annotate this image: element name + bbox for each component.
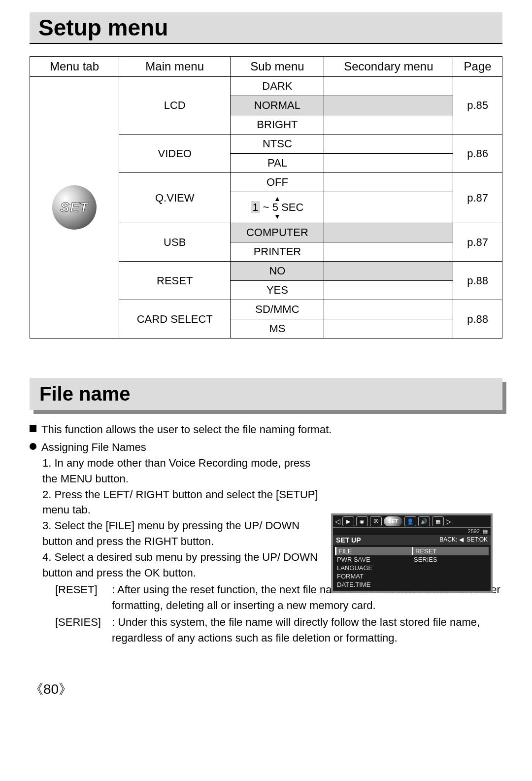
main-card: CARD SELECT xyxy=(119,300,231,339)
page-qview: p.87 xyxy=(453,173,502,223)
main-lcd: LCD xyxy=(119,77,231,135)
menu-format: FORMAT xyxy=(335,572,412,580)
mode-play-icon: ▶ xyxy=(342,516,354,526)
menu-language: LANGUAGE xyxy=(335,564,412,572)
sub-pal: PAL xyxy=(231,154,324,173)
sub-bright: BRIGHT xyxy=(231,115,324,135)
intro-text: This function allows the user to select … xyxy=(41,422,332,438)
mode-portrait-icon: 👤 xyxy=(404,516,416,526)
screen-ok: SET:OK xyxy=(466,536,488,543)
page-card: p.88 xyxy=(453,300,502,339)
setup-menu-table: Menu tab Main menu Sub menu Secondary me… xyxy=(30,56,502,339)
col-page: Page xyxy=(453,57,502,77)
mode-grid-icon: ▦ xyxy=(432,516,444,526)
screen-title: SET UP xyxy=(336,536,361,544)
mode-movie-icon: ⦿ xyxy=(370,516,382,526)
page-video: p.86 xyxy=(453,135,502,173)
step-1: 1. In any mode other than Voice Recordin… xyxy=(42,455,318,487)
page-usb: p.87 xyxy=(453,223,502,262)
sub-normal: NORMAL xyxy=(231,96,324,115)
menu-file: FILE xyxy=(335,547,412,555)
step-2: 2. Press the LEFT/ RIGHT button and sele… xyxy=(42,487,318,518)
sub-qview-range: ▲ 1 ~ 5 SEC ▼ xyxy=(231,192,324,223)
nav-right-icon: ▷ xyxy=(446,517,451,525)
step-4: 4. Select a desired sub menu by pressing… xyxy=(42,549,318,581)
menutab-set-cell: SET xyxy=(30,77,119,339)
page-lcd: p.85 xyxy=(453,77,502,135)
sub-no: NO xyxy=(231,262,324,281)
disc-bullet-icon xyxy=(30,443,36,450)
opt-reset: RESET xyxy=(412,547,489,555)
menu-pwrsave: PWR SAVE xyxy=(335,555,412,564)
sub-ntsc: NTSC xyxy=(231,135,324,154)
page-reset: p.88 xyxy=(453,262,502,300)
assign-heading: Assigning File Names xyxy=(41,440,146,455)
page-number: 《80》 xyxy=(30,680,502,699)
set-mini-icon: SET xyxy=(384,516,402,526)
table-header-row: Menu tab Main menu Sub menu Secondary me… xyxy=(30,57,502,77)
main-video: VIDEO xyxy=(119,135,231,173)
opt-series: SERIES xyxy=(412,555,489,564)
nav-left-icon: ◁ xyxy=(335,517,340,525)
screen-back: BACK: ◀ xyxy=(439,536,463,543)
main-qview: Q.VIEW xyxy=(119,173,231,223)
def-series-text: : Under this system, the file name will … xyxy=(112,614,502,646)
qview-value: 1 xyxy=(251,201,260,213)
set-icon: SET xyxy=(52,185,97,230)
sub-dark: DARK xyxy=(231,77,324,96)
col-menutab: Menu tab xyxy=(30,57,119,77)
col-submenu: Sub menu xyxy=(231,57,324,77)
mode-camera-icon: ◉ xyxy=(356,516,368,526)
main-usb: USB xyxy=(119,223,231,262)
main-reset: RESET xyxy=(119,262,231,300)
sub-computer: COMPUTER xyxy=(231,223,324,242)
grid-icon: ▦ xyxy=(483,528,488,535)
sub-sd: SD/MMC xyxy=(231,300,324,319)
lcd-screenshot: ◁ ▶ ◉ ⦿ SET 👤 🔊 ▦ ▷ 2592▦ SET UP BACK: ◀… xyxy=(331,513,493,593)
arrow-down-icon: ▼ xyxy=(274,213,281,220)
sub-yes: YES xyxy=(231,281,324,300)
step-3: 3. Select the [FILE] menu by pressing th… xyxy=(42,518,318,549)
section-heading: File name xyxy=(30,378,502,410)
sub-off: OFF xyxy=(231,173,324,192)
def-reset-label: [RESET] xyxy=(55,582,112,613)
status-number: 2592 xyxy=(468,528,480,535)
mode-sound-icon: 🔊 xyxy=(418,516,430,526)
page-title: Setup menu xyxy=(30,12,502,44)
sub-ms: MS xyxy=(231,319,324,339)
col-secondary: Secondary menu xyxy=(324,57,453,77)
def-series-label: [SERIES] xyxy=(55,614,112,646)
col-mainmenu: Main menu xyxy=(119,57,231,77)
menu-datetime: DATE.TIME xyxy=(335,580,412,589)
square-bullet-icon xyxy=(30,425,36,432)
sub-printer: PRINTER xyxy=(231,242,324,262)
